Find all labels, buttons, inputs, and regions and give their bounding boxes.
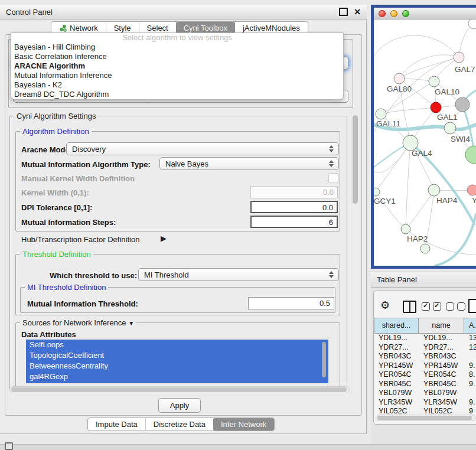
settings-hscrollbar-thumb[interactable]	[11, 387, 347, 392]
split-columns-icon[interactable]	[403, 301, 416, 313]
which-threshold-select[interactable]: MI Threshold	[138, 268, 339, 281]
tab-discretize-data[interactable]: Discretize Data	[145, 418, 213, 431]
dropdown-item[interactable]: Bayesian - K2	[11, 80, 343, 90]
table-cell[interactable]: YLR345W	[374, 398, 419, 407]
network-canvas[interactable]: GAL7GAL80GAL10GAL1GAL11SWI4GAL4GCY1HAP4Y…	[374, 19, 476, 266]
settings-scrollbar[interactable]	[351, 112, 358, 394]
table-cell[interactable]: YER054C	[374, 370, 419, 380]
close-panel-icon[interactable]: ✕	[354, 8, 361, 16]
table-cell[interactable]: 9.	[464, 380, 476, 389]
list-item[interactable]: gal4RGexp	[26, 371, 328, 382]
table-cell[interactable]: YDL19...	[374, 334, 419, 343]
table-cell[interactable]: YDR27...	[419, 343, 464, 353]
float-panel-icon[interactable]	[339, 8, 348, 16]
table-cell[interactable]: YBR043C	[419, 352, 464, 361]
dpi-tolerance-field[interactable]: 0.0	[250, 201, 338, 213]
table-cell[interactable]: YDL19...	[419, 334, 464, 343]
kernel-width-field[interactable]: 0.0	[250, 186, 338, 198]
table-cell[interactable]: YLR345W	[419, 398, 464, 407]
manual-kernel-checkbox[interactable]	[328, 173, 338, 183]
list-item[interactable]: TopologicalCoefficient	[26, 350, 328, 361]
table-cell[interactable]: YDR27...	[374, 343, 419, 353]
expand-triangle-icon[interactable]: ▶	[161, 234, 167, 243]
table-cell[interactable]: YPR145W	[374, 361, 419, 371]
network-node[interactable]	[467, 185, 476, 195]
dropdown-item[interactable]: Mutual Information Inference	[11, 71, 343, 80]
select-all-checkboxes-icon[interactable]	[422, 302, 441, 311]
network-node[interactable]	[376, 109, 386, 119]
network-edge[interactable]	[435, 214, 476, 266]
deselect-all-checkboxes-icon[interactable]	[446, 302, 465, 311]
network-node[interactable]	[431, 102, 441, 113]
table-cell[interactable]	[464, 352, 476, 361]
table-cell[interactable]	[464, 389, 476, 398]
network-edge[interactable]	[376, 143, 410, 192]
network-node-label: Y	[472, 196, 476, 205]
table-cell[interactable]: YBL079W	[419, 389, 464, 398]
network-node[interactable]	[455, 97, 470, 112]
dropdown-item[interactable]: Basic Correlation Inference	[11, 52, 343, 61]
mi-steps-field[interactable]: 6	[250, 216, 338, 228]
network-node[interactable]	[401, 224, 410, 234]
document-icon[interactable]	[468, 299, 476, 313]
table-cell[interactable]: YIL052C	[374, 407, 419, 415]
column-header-shared[interactable]: shared...	[374, 318, 419, 334]
network-node-label: GAL11	[376, 119, 400, 128]
settings-scrollbar-thumb[interactable]	[353, 115, 358, 204]
list-scrollbar-thumb[interactable]	[322, 342, 326, 377]
minimize-window-icon[interactable]	[390, 10, 397, 17]
mi-threshold-field[interactable]: 0.5	[248, 297, 334, 309]
table-cell[interactable]: 12	[464, 343, 476, 353]
zoom-window-icon[interactable]	[402, 10, 409, 17]
network-node[interactable]	[420, 244, 430, 253]
network-edge[interactable]	[406, 143, 410, 229]
network-edge[interactable]	[399, 55, 459, 79]
table-cell[interactable]: YPR145W	[419, 361, 464, 371]
mi-type-select[interactable]: Naive Bayes	[159, 157, 339, 170]
tab-infer-network[interactable]: Infer Network	[213, 418, 274, 431]
table-cell[interactable]: YER054C	[419, 370, 464, 380]
hub-section-toggle[interactable]: Hub/Transcription Factor Definition	[21, 235, 139, 244]
dropdown-item[interactable]: Bayesian - Hill Climbing	[11, 43, 343, 52]
network-node[interactable]	[428, 184, 440, 196]
table-cell[interactable]: YIL052C	[419, 407, 464, 415]
network-node[interactable]	[454, 52, 464, 63]
list-item[interactable]: BetweennessCentrality	[26, 361, 328, 371]
network-node[interactable]	[465, 146, 476, 164]
column-header-avg[interactable]: A...	[464, 318, 476, 334]
network-node[interactable]	[444, 122, 456, 134]
network-node[interactable]	[374, 188, 380, 196]
network-edge[interactable]	[381, 107, 436, 114]
network-node[interactable]	[394, 73, 405, 84]
table-cell[interactable]: 9.	[464, 361, 476, 371]
settings-hscrollbar[interactable]	[9, 386, 350, 393]
collapse-triangle-icon[interactable]: ▼	[128, 320, 134, 327]
table-cell[interactable]: YBR045C	[374, 380, 419, 389]
table-cell[interactable]: 9.	[464, 398, 476, 407]
table-cell[interactable]: 8.	[464, 370, 476, 380]
column-header-name[interactable]: name	[419, 318, 464, 334]
dropdown-item[interactable]: Dream8 DC_TDC Algorithm	[11, 90, 343, 99]
network-edge[interactable]	[374, 35, 459, 57]
network-node[interactable]	[429, 76, 439, 87]
gear-icon[interactable]: ⚙	[380, 299, 390, 312]
table-cell[interactable]: YBR045C	[419, 380, 464, 389]
aracne-mode-select[interactable]: Discovery	[66, 142, 339, 155]
network-edge[interactable]	[406, 190, 434, 229]
table-hscrollbar-thumb[interactable]	[377, 416, 472, 420]
table-cell[interactable]: 13	[464, 334, 476, 343]
apply-button[interactable]: Apply	[158, 398, 201, 413]
table-cell[interactable]: 9	[464, 407, 476, 415]
dock-panel-icon[interactable]	[5, 442, 13, 450]
node-table[interactable]: shared... name A... YDL19... YDL19... 13…	[374, 318, 476, 415]
tab-impute-data[interactable]: Impute Data	[88, 418, 145, 431]
table-hscrollbar[interactable]	[376, 415, 476, 421]
list-item[interactable]: SelfLoops	[26, 340, 328, 350]
table-cell[interactable]: YBR043C	[374, 352, 419, 361]
kernel-width-label: Kernel Width (0,1):	[21, 188, 89, 197]
table-cell[interactable]: YBL079W	[374, 389, 419, 398]
dropdown-item-selected[interactable]: ARACNE Algorithm	[11, 61, 343, 71]
network-node-label: SWI4	[451, 135, 470, 144]
close-window-icon[interactable]	[379, 10, 386, 17]
mi-threshold-definition-legend: MI Threshold Definition	[25, 283, 108, 291]
